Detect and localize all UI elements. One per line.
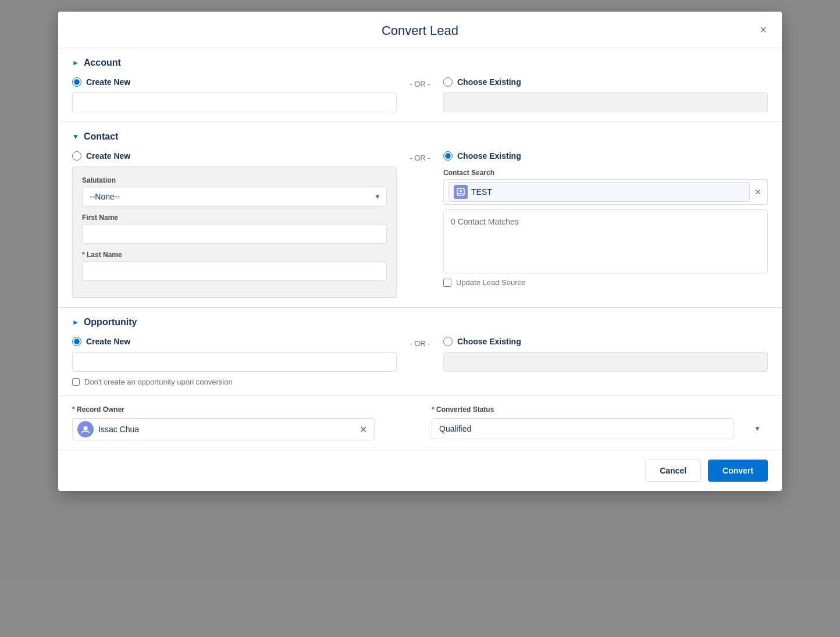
account-choose-existing-label: Choose Existing	[457, 77, 521, 87]
owner-name-text: Issac Chua	[98, 425, 139, 434]
salutation-label: Salutation	[82, 176, 387, 184]
contact-create-new-radio-row: Create New	[72, 151, 397, 161]
converted-status-chevron-icon: ▼	[754, 425, 761, 433]
first-name-input[interactable]: Test	[82, 224, 387, 244]
converted-status-group: * Converted Status Qualified Converted C…	[432, 405, 768, 439]
dont-create-checkbox[interactable]	[72, 378, 80, 386]
contact-section-label: Contact	[84, 131, 119, 142]
contact-choose-existing-radio[interactable]	[443, 151, 453, 161]
account-create-new-radio-label[interactable]: Create New	[72, 77, 397, 87]
account-create-new-area: Create New Test	[72, 77, 397, 112]
converted-status-select-wrapper: Qualified Converted Closed ▼	[432, 418, 768, 439]
update-lead-source-label: Update Lead Source	[456, 278, 525, 287]
account-chevron-icon[interactable]: ►	[72, 59, 79, 67]
modal-header: Convert Lead ×	[58, 12, 782, 48]
opportunity-create-new-label: Create New	[86, 337, 130, 346]
svg-point-2	[84, 426, 88, 430]
opportunity-choose-existing-radio-label[interactable]: Choose Existing	[443, 337, 768, 346]
opportunity-choose-existing-label: Choose Existing	[457, 337, 521, 346]
owner-chip-container[interactable]: Issac Chua ✕	[72, 418, 375, 440]
contact-section: ▼ Contact Create New	[58, 122, 782, 308]
dont-create-label: Don't create an opportunity upon convers…	[84, 378, 233, 386]
opportunity-create-new-radio[interactable]	[72, 337, 81, 346]
contact-create-new-label: Create New	[86, 151, 130, 161]
contact-choose-existing-radio-label[interactable]: Choose Existing	[443, 151, 768, 161]
opportunity-section-header: ► Opportunity	[72, 317, 768, 328]
opportunity-option-row: Create New 124- Don't create an opportun…	[72, 337, 768, 386]
contact-choose-existing-label: Choose Existing	[457, 151, 521, 161]
opportunity-name-input[interactable]: 124-	[72, 352, 397, 372]
modal-overlay: Convert Lead × ► Account Create New Test	[0, 0, 840, 637]
convert-lead-modal: Convert Lead × ► Account Create New Test	[58, 12, 782, 491]
owner-remove-button[interactable]: ✕	[357, 424, 369, 435]
account-create-new-label: Create New	[86, 77, 130, 87]
contact-create-new-radio[interactable]	[72, 151, 81, 161]
first-name-label: First Name	[82, 213, 387, 222]
salutation-group: Salutation --None-- Mr. Ms. Mrs. Dr. Pro…	[82, 176, 387, 207]
salutation-select[interactable]: --None-- Mr. Ms. Mrs. Dr. Prof.	[82, 187, 387, 207]
last-name-group: * Last Name Test	[82, 251, 387, 281]
contact-option-row: Create New Salutation --None-- Mr.	[72, 151, 768, 298]
contact-search-chip: TEST	[449, 182, 750, 202]
converted-status-label: * Converted Status	[432, 405, 768, 414]
convert-button[interactable]: Convert	[708, 460, 768, 482]
opportunity-create-new-radio-label[interactable]: Create New	[72, 337, 397, 346]
contact-chip-remove-button[interactable]: ✕	[753, 188, 763, 196]
record-owner-label: * Record Owner	[72, 405, 408, 414]
first-name-group: First Name Test	[82, 213, 387, 244]
account-or-divider: - OR -	[397, 77, 443, 88]
record-owner-section: * Record Owner Issac Chua	[58, 396, 782, 450]
modal-body: ► Account Create New Test - OR -	[58, 48, 782, 450]
contact-or-divider: - OR -	[397, 151, 443, 162]
salutation-select-wrapper: --None-- Mr. Ms. Mrs. Dr. Prof. ▼	[82, 187, 387, 207]
dont-create-row: Don't create an opportunity upon convers…	[72, 378, 397, 386]
contact-search-chip-container[interactable]: TEST ✕	[443, 179, 768, 205]
contact-form-panel: Salutation --None-- Mr. Ms. Mrs. Dr. Pro…	[72, 166, 397, 298]
account-new-name-input[interactable]: Test	[72, 92, 397, 112]
account-choose-existing-radio-label[interactable]: Choose Existing	[443, 77, 768, 87]
svg-point-1	[460, 190, 462, 193]
opportunity-create-new-area: Create New 124- Don't create an opportun…	[72, 337, 397, 386]
last-name-required-star: *	[82, 251, 85, 259]
contact-create-new-area: Create New Salutation --None-- Mr.	[72, 151, 397, 298]
account-choose-existing-radio[interactable]	[443, 77, 453, 87]
record-owner-group: * Record Owner Issac Chua	[72, 405, 408, 440]
opportunity-choose-existing-area: Choose Existing To find opportunity, cho…	[443, 337, 768, 372]
contact-chip-icon	[454, 185, 468, 199]
record-owner-required-star: *	[72, 405, 75, 414]
modal-close-button[interactable]: ×	[754, 20, 773, 39]
contact-chip-text: TEST	[471, 187, 492, 197]
cancel-button[interactable]: Cancel	[645, 460, 701, 482]
converted-status-select[interactable]: Qualified Converted Closed	[432, 418, 734, 439]
contact-search-area: Contact Search	[443, 169, 768, 287]
update-lead-source-checkbox[interactable]	[443, 279, 451, 287]
contact-create-new-radio-label[interactable]: Create New	[72, 151, 130, 161]
opportunity-existing-input[interactable]: To find opportunity, choose an existing …	[443, 352, 768, 372]
contact-choose-existing-area: Choose Existing Contact Search	[443, 151, 768, 287]
update-lead-source-row: Update Lead Source	[443, 278, 768, 287]
contact-section-header: ▼ Contact	[72, 131, 768, 142]
opportunity-chevron-icon[interactable]: ►	[72, 318, 79, 326]
account-option-row: Create New Test - OR - Choose Existing 0…	[72, 77, 768, 112]
contact-search-label: Contact Search	[443, 169, 768, 177]
account-section-label: Account	[84, 58, 121, 68]
modal-title: Convert Lead	[382, 23, 458, 38]
opportunity-input-area: 124- Don't create an opportunity upon co…	[72, 352, 397, 386]
contact-matches-box: 0 Contact Matches	[443, 209, 768, 273]
contact-chevron-icon[interactable]: ▼	[72, 133, 79, 141]
account-create-new-radio[interactable]	[72, 77, 81, 87]
opportunity-section: ► Opportunity Create New 124- D	[58, 308, 782, 396]
owner-avatar-icon	[77, 421, 94, 437]
last-name-label: * Last Name	[82, 251, 387, 259]
account-choose-existing-area: Choose Existing 0 Account Matches detect…	[443, 77, 768, 112]
account-section: ► Account Create New Test - OR -	[58, 48, 782, 122]
account-matches-input[interactable]: 0 Account Matches detected	[443, 92, 768, 112]
account-section-header: ► Account	[72, 58, 768, 68]
modal-footer: Cancel Convert	[58, 450, 782, 491]
opportunity-section-label: Opportunity	[84, 317, 137, 328]
last-name-input[interactable]: Test	[82, 261, 387, 281]
opportunity-or-divider: - OR -	[397, 337, 443, 348]
opportunity-choose-existing-radio[interactable]	[443, 337, 453, 346]
owner-chip: Issac Chua	[77, 421, 354, 437]
converted-status-required-star: *	[432, 405, 435, 414]
